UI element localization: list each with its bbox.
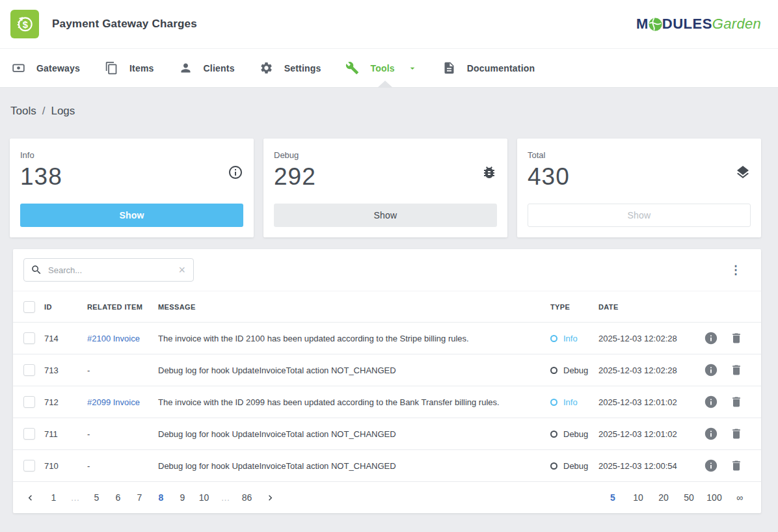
row-checkbox-2[interactable] bbox=[23, 396, 35, 408]
delete-trash-icon-1[interactable] bbox=[729, 362, 744, 378]
search-icon bbox=[31, 264, 42, 276]
search-box: × bbox=[23, 258, 194, 282]
row-checkbox-1[interactable] bbox=[23, 364, 35, 376]
column-header-date[interactable]: DATE bbox=[598, 303, 703, 311]
row-checkbox-4[interactable] bbox=[23, 460, 35, 472]
page-button-6[interactable]: 9 bbox=[174, 488, 191, 507]
nav-label: Tools bbox=[370, 63, 394, 73]
next-page-icon[interactable] bbox=[260, 491, 281, 505]
details-info-icon-4[interactable] bbox=[703, 457, 719, 474]
row-checkbox-3[interactable] bbox=[23, 428, 35, 440]
breadcrumb-page: Logs bbox=[51, 105, 75, 118]
page-button-4[interactable]: 7 bbox=[131, 488, 148, 507]
column-header-message[interactable]: MESSAGE bbox=[158, 303, 550, 311]
table-row-4: 710 - Debug log for hook UpdateInvoiceTo… bbox=[13, 450, 761, 482]
stat-value: 138 bbox=[20, 164, 62, 191]
more-options-icon[interactable]: ⋮ bbox=[726, 263, 745, 277]
row-date-2: 2025-12-03 12:01:02 bbox=[598, 397, 703, 407]
row-type-badge-1: Debug bbox=[550, 366, 598, 375]
row-id-2: 712 bbox=[44, 397, 87, 407]
page-size-button-0[interactable]: 5 bbox=[603, 488, 623, 507]
logo-text-garden: Garden bbox=[712, 16, 761, 33]
page-button-7[interactable]: 10 bbox=[195, 488, 213, 507]
stat-card-debug: Debug 292 Show bbox=[263, 139, 507, 237]
row-type-badge-2: Info bbox=[550, 397, 598, 407]
page-size-button-3[interactable]: 50 bbox=[679, 488, 699, 507]
show-total-button[interactable]: Show bbox=[528, 204, 751, 227]
details-info-icon-1[interactable] bbox=[703, 362, 719, 379]
nav-label: Items bbox=[129, 63, 154, 73]
show-debug-button[interactable]: Show bbox=[274, 204, 497, 227]
page-button-5[interactable]: 8 bbox=[152, 488, 170, 507]
page-size-button-5[interactable]: ∞ bbox=[730, 488, 749, 507]
stat-label: Total bbox=[528, 150, 570, 160]
search-input[interactable] bbox=[48, 265, 171, 275]
nav-label: Clients bbox=[204, 63, 235, 73]
row-related-item-0[interactable]: #2100 Invoice bbox=[87, 334, 158, 343]
clear-search-icon[interactable]: × bbox=[177, 264, 187, 276]
page-button-8: … bbox=[217, 488, 234, 507]
page-size-button-1[interactable]: 10 bbox=[628, 488, 648, 507]
nav-item-clients[interactable]: Clients bbox=[170, 49, 250, 87]
gear-icon bbox=[260, 61, 273, 75]
nav-item-documentation[interactable]: Documentation bbox=[433, 49, 551, 87]
pagination: 1 … 5 6 7 8 9 10 … 86 bbox=[13, 482, 761, 513]
nav-item-gateways[interactable]: Gateways bbox=[3, 49, 96, 87]
delete-trash-icon-2[interactable] bbox=[729, 394, 744, 410]
stat-label: Debug bbox=[274, 150, 316, 160]
table-header-row: ID RELATED ITEM MESSAGE TYPE DATE bbox=[13, 291, 761, 323]
info-circle-icon bbox=[228, 165, 243, 180]
row-id-1: 713 bbox=[44, 366, 87, 375]
delete-trash-icon-4[interactable] bbox=[729, 458, 744, 473]
table-row-2: 712 #2099 Invoice The invoice with the I… bbox=[13, 386, 761, 418]
column-header-id[interactable]: ID bbox=[44, 303, 87, 311]
column-header-type[interactable]: TYPE bbox=[550, 303, 598, 311]
nav-item-items[interactable]: Items bbox=[96, 49, 170, 87]
stat-label: Info bbox=[20, 150, 62, 160]
main-nav: Gateways Items Clients Settings Tools Do… bbox=[0, 49, 778, 88]
logo-text-m: M bbox=[636, 16, 649, 33]
details-info-icon-0[interactable] bbox=[703, 330, 719, 347]
table-row-3: 711 - Debug log for hook UpdateInvoiceTo… bbox=[13, 418, 761, 450]
stat-value: 430 bbox=[528, 164, 570, 191]
row-related-item-3: - bbox=[87, 429, 158, 439]
row-type-badge-4: Debug bbox=[550, 461, 598, 471]
gateways-icon bbox=[12, 61, 25, 75]
page-button-1: … bbox=[66, 488, 84, 507]
details-info-icon-2[interactable] bbox=[703, 393, 719, 410]
page-button-9[interactable]: 86 bbox=[238, 488, 256, 507]
delete-trash-icon-3[interactable] bbox=[729, 426, 744, 442]
page-size-button-2[interactable]: 20 bbox=[654, 488, 673, 507]
row-id-3: 711 bbox=[44, 429, 87, 439]
breadcrumb-section[interactable]: Tools bbox=[10, 105, 36, 118]
page-button-2[interactable]: 5 bbox=[88, 488, 105, 507]
layers-icon bbox=[735, 165, 751, 180]
stat-value: 292 bbox=[274, 164, 316, 191]
prev-page-icon[interactable] bbox=[20, 491, 41, 505]
column-header-related-item[interactable]: RELATED ITEM bbox=[87, 303, 158, 311]
stat-card-info: Info 138 Show bbox=[10, 139, 254, 237]
select-all-checkbox[interactable] bbox=[23, 301, 35, 313]
row-id-0: 714 bbox=[44, 334, 87, 343]
show-info-button[interactable]: Show bbox=[20, 204, 243, 227]
row-related-item-2[interactable]: #2099 Invoice bbox=[87, 397, 158, 407]
wrench-icon bbox=[345, 61, 359, 75]
page-button-3[interactable]: 6 bbox=[109, 488, 127, 507]
row-date-1: 2025-12-03 12:02:28 bbox=[598, 366, 703, 375]
nav-item-tools[interactable]: Tools bbox=[336, 49, 433, 87]
type-ring-icon-1 bbox=[550, 367, 557, 374]
row-checkbox-0[interactable] bbox=[23, 332, 35, 344]
page-size-button-4[interactable]: 100 bbox=[704, 488, 724, 507]
row-message-3: Debug log for hook UpdateInvoiceTotal ac… bbox=[158, 429, 550, 439]
globe-icon bbox=[648, 17, 663, 32]
page-numbers: 1 … 5 6 7 8 9 10 … 86 bbox=[20, 488, 281, 507]
details-info-icon-3[interactable] bbox=[703, 425, 719, 442]
nav-item-settings[interactable]: Settings bbox=[250, 49, 337, 87]
page-button-0[interactable]: 1 bbox=[45, 488, 62, 507]
nav-label: Documentation bbox=[467, 63, 535, 73]
delete-trash-icon-0[interactable] bbox=[729, 330, 744, 346]
chevron-down-icon bbox=[407, 63, 418, 73]
row-date-3: 2025-12-03 12:01:02 bbox=[598, 429, 703, 439]
items-icon bbox=[105, 61, 118, 75]
clients-icon bbox=[179, 61, 193, 75]
